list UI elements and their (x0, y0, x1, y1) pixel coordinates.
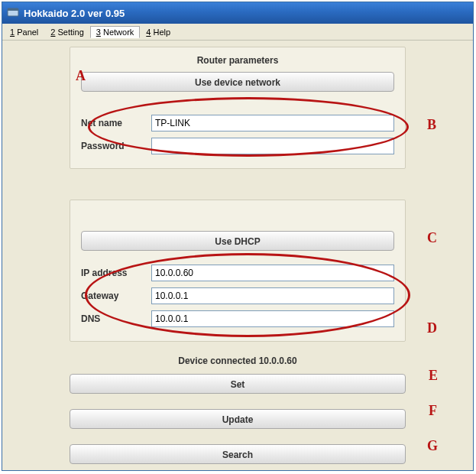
annotation-C: C (427, 230, 437, 246)
gateway-input[interactable] (151, 287, 394, 304)
password-label: Password (81, 141, 151, 151)
set-button[interactable]: Set (70, 374, 406, 394)
window-icon (7, 6, 19, 21)
use-device-network-button[interactable]: Use device network (81, 72, 394, 92)
gateway-label: Gateway (81, 291, 151, 301)
use-dhcp-button[interactable]: Use DHCP (81, 231, 394, 251)
status-text: Device connected 10.0.0.60 (8, 356, 467, 366)
menu-network[interactable]: 3 Network (90, 26, 141, 38)
router-panel-title: Router parameters (81, 55, 394, 66)
client-area: Router parameters Use device network Net… (2, 41, 473, 470)
menubar: 1 Panel 2 Setting 3 Network 4 Help (2, 24, 473, 41)
ip-input[interactable] (151, 265, 394, 281)
annotation-B: B (427, 117, 436, 133)
titlebar: Hokkaido 2.0 ver 0.95 (2, 2, 473, 24)
router-panel: Router parameters Use device network Net… (70, 47, 406, 169)
search-button[interactable]: Search (70, 444, 406, 464)
svg-rect-1 (8, 8, 18, 11)
password-input[interactable] (151, 138, 394, 154)
menu-setting[interactable]: 2 Setting (44, 26, 89, 38)
annotation-E: E (429, 368, 438, 384)
menu-panel[interactable]: 1 Panel (4, 26, 44, 38)
update-button[interactable]: Update (70, 409, 406, 429)
menu-help[interactable]: 4 Help (140, 26, 176, 38)
annotation-D: D (427, 320, 437, 336)
net-name-input[interactable] (151, 115, 394, 131)
net-name-label: Net name (81, 118, 151, 128)
dhcp-panel: Use DHCP IP address Gateway DNS (70, 200, 406, 342)
window-title: Hokkaido 2.0 ver 0.95 (24, 8, 125, 19)
annotation-G: G (427, 438, 438, 454)
annotation-F: F (429, 403, 437, 419)
ip-label: IP address (81, 268, 151, 278)
dns-input[interactable] (151, 310, 394, 327)
app-window: Hokkaido 2.0 ver 0.95 1 Panel 2 Setting … (2, 2, 474, 471)
dns-label: DNS (81, 313, 151, 324)
